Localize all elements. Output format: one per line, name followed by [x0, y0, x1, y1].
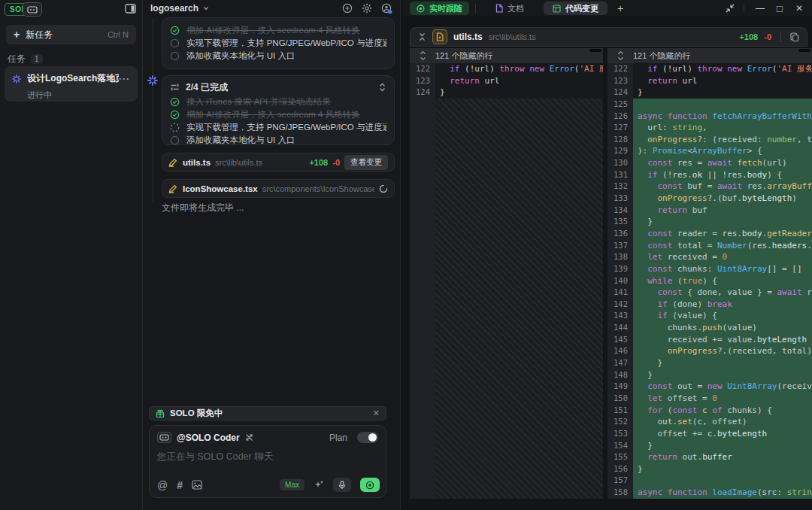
switch-agent-icon[interactable] — [245, 433, 253, 442]
checklist-item[interactable]: 接入 iTunes 搜索 API 并渲染动态结果 — [170, 96, 386, 108]
plus-icon: + — [14, 29, 20, 41]
close-icon[interactable]: ✕ — [373, 408, 380, 418]
new-task-button[interactable]: + 新任务 Ctrl N — [6, 25, 136, 44]
checklist-item-text: 实现下载管理，支持 PNG/JPEG/WebP/ICO 与进度通知 — [186, 38, 386, 49]
file-name: IconShowcase.tsx — [183, 184, 258, 193]
diff-table-icon — [553, 5, 561, 13]
settings-gear-icon[interactable] — [362, 3, 372, 14]
diff-file-header[interactable]: utils.ts src\lib\utils.ts +108 -0 — [410, 27, 807, 47]
code-line: 156} — [607, 463, 812, 475]
composer-placeholder[interactable]: 您正在与 SOLO Coder 聊天 — [157, 451, 378, 463]
file-path: src\components\IconShowcase.tsx — [262, 184, 374, 193]
code-line: 135 } — [607, 216, 812, 228]
collapse-icon[interactable] — [378, 83, 386, 92]
plan-label: Plan — [329, 433, 347, 443]
checklist-item[interactable]: 添加收藏夹本地化与 UI 入口 — [170, 50, 386, 62]
code-line: 140 while (true) { — [607, 275, 812, 287]
checklist-item[interactable]: 实现下载管理，支持 PNG/JPEG/WebP/ICO 与进度通知 — [170, 37, 386, 50]
hidden-lines-label: 121 个隐藏的行 — [435, 50, 492, 62]
file-change-card[interactable]: utils.tssrc\lib\utils.ts+108-0查看变更 — [162, 153, 395, 172]
chevron-down-icon[interactable] — [201, 4, 211, 13]
window-close-button[interactable]: ✕ — [792, 3, 806, 14]
check-circle-icon — [170, 110, 180, 120]
code-line: 136 const reader = res.body.getReader() — [607, 228, 812, 240]
agent-name[interactable]: @SOLO Coder — [177, 433, 240, 443]
mic-icon — [338, 481, 346, 490]
code-line: 131 if (!res.ok || !res.body) { — [607, 169, 812, 181]
circle-icon — [170, 38, 180, 48]
hidden-lines-row[interactable]: 121 个隐藏的行 — [607, 48, 812, 63]
image-attach-icon[interactable] — [192, 480, 202, 490]
code-line: 147 } — [607, 357, 812, 369]
task-title: 设计LogoSearch落地页 — [27, 72, 119, 85]
checklist-item[interactable]: 实现下载管理，支持 PNG/JPEG/WebP/ICO 与进度通知 — [170, 121, 386, 134]
account-icon[interactable] — [381, 3, 392, 14]
promo-banner: SOLO 限免中 ✕ — [149, 406, 386, 420]
code-line: 127 url: string, — [607, 122, 812, 134]
checklist-progress-label: 2/4 已完成 — [186, 81, 372, 94]
code-line: 154 } — [607, 440, 812, 452]
task-menu-button[interactable]: ··· — [119, 74, 130, 84]
code-line: 155 return out.buffer — [607, 451, 812, 463]
additions-count: +108 — [739, 32, 758, 41]
code-line: 123 return url — [410, 75, 603, 87]
copy-icon[interactable] — [790, 32, 799, 42]
hash-icon[interactable]: # — [177, 479, 183, 491]
collapse-all-icon[interactable] — [418, 32, 426, 41]
checklist-item-text: 添加收藏夹本地化与 UI 入口 — [186, 50, 386, 62]
tab-code-changes-label: 代码变更 — [565, 3, 598, 14]
tab-code-changes[interactable]: 代码变更 — [544, 2, 607, 15]
diff-pane-modified[interactable]: 121 个隐藏的行122 if (!url) throw new Error('… — [607, 48, 812, 499]
plan-toggle[interactable] — [357, 432, 378, 443]
generation-status-text: 文件即将生成完毕 ... — [162, 202, 244, 214]
loading-circle-icon — [170, 123, 180, 132]
code-line: 144 chunks.push(value) — [607, 322, 812, 334]
code-line: 132 const buf = await res.arrayBuffer() — [607, 181, 812, 193]
file-name: utils.ts — [183, 158, 211, 167]
send-button[interactable] — [360, 478, 380, 492]
scrollbar-thumb[interactable] — [798, 49, 810, 52]
circle-icon — [170, 51, 180, 61]
code-line: 141 const { done, value } = await reader… — [607, 287, 812, 299]
maximize-button[interactable]: □ — [773, 3, 786, 14]
hidden-lines-row[interactable]: 121 个隐藏的行 — [410, 48, 603, 63]
checklist-item[interactable]: 添加收藏夹本地化与 UI 入口 — [170, 134, 386, 147]
tab-document[interactable]: 文档 — [482, 2, 538, 15]
code-line: 138 let received = 0 — [607, 251, 812, 263]
code-line: 124} — [607, 87, 812, 99]
add-tab-button[interactable]: + — [614, 2, 627, 14]
sparkle-icon[interactable] — [314, 480, 324, 490]
tab-live-follow[interactable]: 实时跟随 — [410, 2, 469, 15]
minimize-button[interactable]: — — [753, 3, 767, 14]
spinner-icon — [147, 75, 158, 86]
code-line: 122 if (!url) throw new Error('AI 服务未返回图… — [607, 63, 812, 75]
code-line: 153 offset += c.byteLength — [607, 428, 812, 440]
new-task-shortcut: Ctrl N — [108, 30, 129, 39]
unfold-icon — [617, 51, 624, 60]
circle-icon — [170, 135, 180, 145]
checklist-item[interactable]: 增加 AI修改弹层，接入 seedream 4 风格转换 — [170, 24, 386, 37]
code-line: 130 const res = await fetch(url) — [607, 157, 812, 169]
task-card[interactable]: 设计LogoSearch落地页 ··· 进行中 — [5, 66, 138, 102]
code-line: 123 return url — [607, 75, 812, 87]
view-changes-button[interactable]: 查看变更 — [344, 155, 388, 170]
max-mode-badge[interactable]: Max — [280, 479, 304, 490]
mic-button[interactable] — [333, 478, 351, 492]
conversation-title[interactable]: logosearch — [150, 3, 198, 14]
panel-toggle-icon[interactable] — [125, 4, 136, 14]
code-line: 124} — [410, 87, 603, 99]
checklist-item[interactable]: 增加 AI修改弹层，接入 seedream 4 风格转换 — [170, 108, 386, 121]
mention-icon[interactable]: @ — [157, 479, 168, 491]
file-change-card[interactable]: IconShowcase.tsxsrc\components\IconShowc… — [162, 179, 395, 198]
scrollbar-thumb[interactable] — [589, 49, 601, 52]
code-line: 126async function fetchArrayBufferWithPr… — [607, 111, 812, 123]
new-chat-icon[interactable] — [342, 3, 353, 14]
diff-file-path: src\lib\utils.ts — [489, 32, 734, 41]
code-line: 146 onProgress?.(received, total) — [607, 345, 812, 357]
restore-layout-icon[interactable] — [726, 4, 735, 13]
code-line: 122 if (!url) throw new Error('AI 服务未返回图… — [410, 63, 603, 75]
deletions-count: -0 — [332, 158, 340, 167]
diff-pane-original[interactable]: 121 个隐藏的行122 if (!url) throw new Error('… — [410, 48, 603, 499]
diff-file-name: utils.ts — [453, 32, 483, 42]
thread-line — [153, 18, 153, 202]
